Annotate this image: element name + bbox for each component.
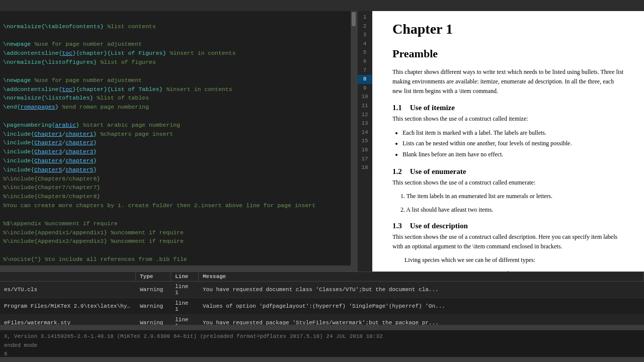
top-bar bbox=[0, 0, 644, 11]
code-line-19: %\include{Chapter7/chapter7} bbox=[3, 184, 100, 191]
code-line-18: %\include{Chapter6/chapter6} bbox=[3, 175, 100, 182]
line-num-7: 7 bbox=[361, 66, 369, 75]
msg-1-line: line 1 bbox=[171, 283, 199, 297]
col-header-line: Line bbox=[171, 272, 199, 281]
list-item-1-3-1: Living species which we see can be of di… bbox=[405, 255, 624, 265]
list-item-1-2-2: 2. A list should have atleast two items. bbox=[400, 205, 624, 215]
code-line-28: \addcontentsline{toc}{chapter}{Reference… bbox=[3, 265, 149, 265]
code-line-3: \newpage %use for page number adjustment bbox=[3, 41, 142, 47]
code-line-25: %\include{Appendix2/appendix2} %uncommen… bbox=[3, 238, 184, 244]
code-line-1: \normalsize{\tableofcontents} %list cont… bbox=[3, 23, 156, 30]
msg-3-message: You have requested package 'StyleFiles/w… bbox=[199, 319, 644, 325]
line-num-11: 11 bbox=[359, 102, 370, 111]
msg-2-type: Warning bbox=[136, 302, 171, 310]
status-line-3: 6 bbox=[4, 350, 640, 356]
code-line-16: \include{Chapter4/chapter4} bbox=[3, 157, 97, 164]
code-line-23: %$\appendix %uncomment if require bbox=[3, 220, 118, 227]
line-numbers-panel: 1 2 3 4 5 6 7 8 9 10 11 12 13 14 15 16 1… bbox=[357, 11, 372, 272]
bottom-horizontal-scrollbar[interactable] bbox=[0, 357, 644, 362]
messages-panel: Type Line Message es/VTU.cls Warning lin… bbox=[0, 272, 644, 325]
subsection-1-3-intro: This section shows the use of a construc… bbox=[392, 232, 624, 251]
editor-horizontal-scrollbar[interactable] bbox=[0, 265, 357, 272]
bottom-area: Type Line Message es/VTU.cls Warning lin… bbox=[0, 272, 644, 362]
code-line-12: \pagenumbering{arabic} %start arabic pag… bbox=[3, 122, 180, 128]
line-num-16: 16 bbox=[359, 146, 370, 155]
status-bar: X, Version 3.14159265-2.6-1.40.18 (MiKTe… bbox=[0, 330, 644, 356]
line-num-4: 4 bbox=[361, 40, 369, 49]
line-num-9: 9 bbox=[361, 84, 369, 93]
code-line-27: %\nocite{*} %to include all references f… bbox=[3, 256, 187, 262]
subsection-1-1-title: Use of itemize bbox=[410, 104, 455, 112]
code-line-13: \include{Chapter1/chapter1} %chapters pa… bbox=[3, 131, 173, 137]
msg-2-file: Program Files/MiKTeX 2.9\tex\latex\hyper… bbox=[0, 302, 136, 310]
code-editor[interactable]: \normalsize{\tableofcontents} %list cont… bbox=[0, 11, 351, 265]
code-line-17: \include{Chapter5/chapter5} bbox=[3, 166, 97, 173]
code-line-9: \normalsize{\listoftables} %list of tabl… bbox=[3, 95, 149, 101]
subsection-1-2-intro: This section shows the use of a construc… bbox=[392, 178, 624, 188]
line-num-1: 1 bbox=[361, 13, 369, 22]
code-line-24: %\include{Appendix1/appendix1} %uncommen… bbox=[3, 229, 184, 236]
msg-3-line: line 1 bbox=[171, 316, 199, 325]
list-item-1-1-3: Blank lines before an item have no effec… bbox=[403, 149, 624, 160]
line-num-5: 5 bbox=[361, 48, 369, 57]
code-line-7: \newpage %use for page number adjustment bbox=[3, 77, 142, 83]
subsection-1-1-intro: This section shows the use of a construc… bbox=[392, 114, 624, 124]
col-header-message: Message bbox=[199, 272, 644, 281]
code-line-4: \addcontentsline{toc}{chapter}{List of F… bbox=[3, 50, 235, 56]
code-line-21: %You can create more chapters by 1. crea… bbox=[3, 202, 315, 209]
msg-1-message: You have requested document class 'Class… bbox=[199, 286, 644, 294]
msg-3-type: Warning bbox=[136, 319, 171, 325]
col-header-file bbox=[0, 272, 136, 281]
subsection-1-2-number: 1.2 bbox=[392, 167, 402, 176]
subsection-1-3-title: Use of description bbox=[410, 222, 468, 230]
message-row-1: es/VTU.cls Warning line 1 You have reque… bbox=[0, 282, 644, 298]
messages-header: Type Line Message bbox=[0, 272, 644, 282]
line-num-13: 13 bbox=[359, 119, 370, 128]
message-row-2: Program Files/MiKTeX 2.9\tex\latex\hyper… bbox=[0, 298, 644, 315]
subsection-1-2-title: Use of enumerate bbox=[410, 167, 466, 176]
line-num-3: 3 bbox=[361, 31, 369, 40]
line-num-17: 17 bbox=[359, 155, 370, 164]
code-line-10: \end{romanpages} %end roman page numberi… bbox=[3, 104, 149, 110]
msg-1-file: es/VTU.cls bbox=[0, 286, 136, 294]
list-item-1-2-1: 1. The item labels in an enumerated list… bbox=[400, 192, 624, 201]
line-num-6: 6 bbox=[361, 57, 369, 66]
list-item-1-1-2: Lists can be nested within one another, … bbox=[403, 138, 624, 149]
messages-scrollbar[interactable] bbox=[0, 325, 644, 330]
code-line-8: \addcontentsline{toc}{chapter}{List of T… bbox=[3, 86, 232, 93]
line-num-12: 12 bbox=[359, 111, 370, 120]
status-line-2: ended mode bbox=[4, 341, 640, 350]
line-num-15: 15 bbox=[359, 137, 370, 146]
subsection-1-3-number: 1.3 bbox=[392, 222, 402, 230]
line-num-14: 14 bbox=[359, 128, 370, 137]
status-line-1: X, Version 3.14159265-2.6-1.40.18 (MiKTe… bbox=[4, 332, 640, 341]
code-line-5: \normalsize{\listoffigures} %list of fig… bbox=[3, 59, 156, 65]
editor-scrollbar-thumb[interactable] bbox=[352, 12, 356, 26]
line-num-2: 2 bbox=[361, 22, 369, 31]
preview-intro-text: This chapter shows different ways to wri… bbox=[392, 67, 624, 97]
col-header-type: Type bbox=[136, 272, 171, 281]
editor-vertical-scrollbar[interactable] bbox=[351, 11, 357, 265]
preview-chapter-title: Chapter 1 bbox=[392, 21, 624, 37]
list-item-1-1-1: Each list item is marked with a label. T… bbox=[403, 128, 624, 139]
code-line-20: %\include{Chapter8/chapter8} bbox=[3, 193, 100, 200]
line-num-8: 8 bbox=[358, 75, 372, 84]
preview-section-preamble: Preamble bbox=[392, 47, 624, 60]
line-num-18: 18 bbox=[359, 163, 370, 172]
subsection-1-1-number: 1.1 bbox=[392, 104, 402, 112]
msg-1-type: Warning bbox=[136, 286, 171, 294]
code-line-15: \include{Chapter3/chapter3} bbox=[3, 148, 97, 155]
subsection-1-1-list: Each list item is marked with a label. T… bbox=[403, 128, 624, 160]
message-row-3: eFiles/watermark.sty Warning line 1 You … bbox=[0, 315, 644, 325]
line-num-10: 10 bbox=[359, 93, 370, 102]
msg-2-line: line 1 bbox=[171, 299, 199, 313]
code-line-14: \include{Chapter2/chapter2} bbox=[3, 139, 97, 146]
msg-3-file: eFiles/watermark.sty bbox=[0, 319, 136, 325]
preview-panel: Chapter 1 Preamble This chapter shows di… bbox=[372, 11, 644, 272]
msg-2-message: Values of option 'pdfpagelayout':(hyperr… bbox=[199, 302, 644, 310]
